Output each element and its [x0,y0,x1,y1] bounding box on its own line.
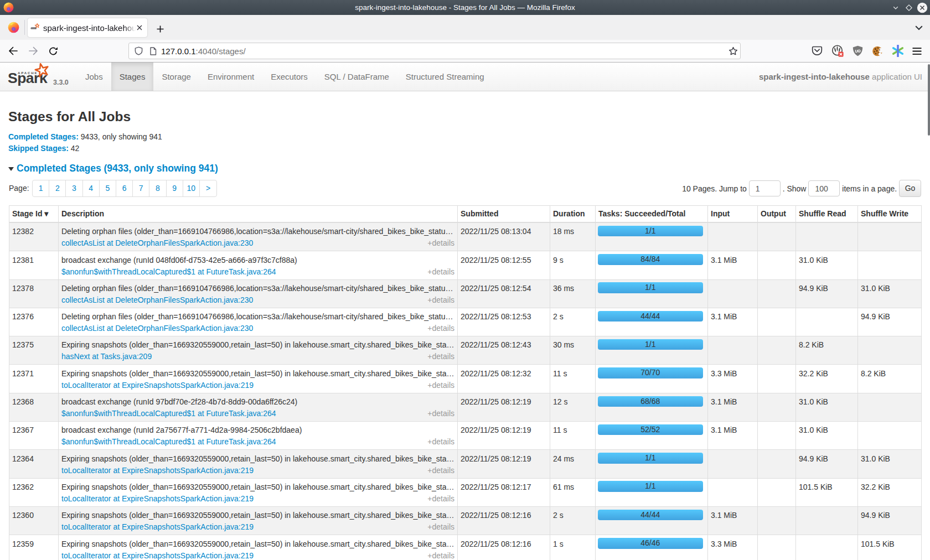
svg-text:APACHE: APACHE [18,71,38,75]
